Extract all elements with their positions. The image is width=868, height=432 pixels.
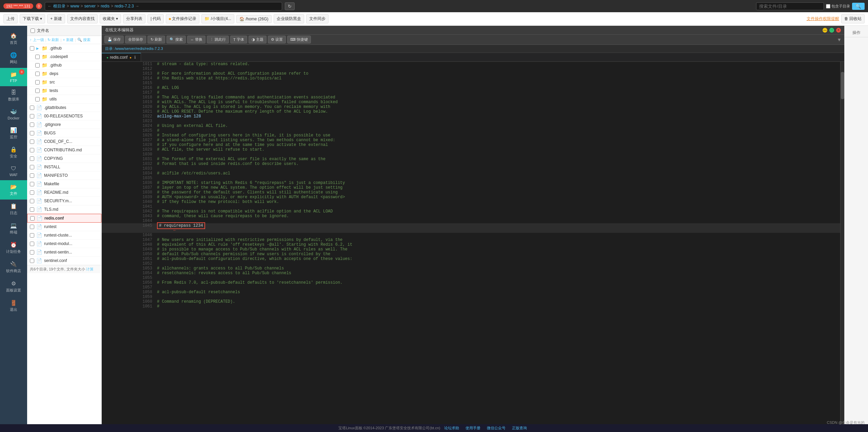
file-install[interactable]: 📄 INSTALL	[27, 163, 101, 171]
select-all-checkbox[interactable]	[31, 29, 35, 33]
nav-item-home[interactable]: 🏠 首页	[0, 29, 27, 49]
file-00-checkbox[interactable]	[30, 114, 34, 118]
folder-deps-checkbox[interactable]	[35, 72, 40, 76]
file-gitattributes-checkbox[interactable]	[30, 106, 34, 110]
forum-link[interactable]: 论坛求助	[444, 426, 459, 430]
manual-link[interactable]: 使用手册	[466, 426, 480, 430]
bookmark-button[interactable]: 收藏夹 ▾	[100, 14, 121, 23]
file-copying-checkbox[interactable]	[30, 156, 34, 161]
nav-item-website[interactable]: 🌐 网站	[0, 49, 27, 68]
file-manifesto[interactable]: 📄 MANIFESTO	[27, 171, 101, 180]
folder-src-checkbox[interactable]	[35, 80, 40, 84]
nav-item-waf[interactable]: 🛡 WAF	[0, 162, 27, 180]
file-panel-new-button[interactable]: + 新建	[63, 37, 73, 42]
editor-theme-button[interactable]: ◑ 主题	[249, 36, 267, 43]
path-back-arrow[interactable]: ←	[48, 4, 52, 8]
path-redis-version[interactable]: redis-7.2.3	[115, 4, 134, 8]
file-redis-conf-checkbox[interactable]	[30, 216, 35, 221]
editor-scrollbar-thumb[interactable]	[841, 72, 844, 99]
editor-save-all-button[interactable]: 全部保存	[125, 36, 146, 43]
file-runtest-checkbox[interactable]	[30, 225, 34, 229]
nav-item-monitor[interactable]: 📊 监控	[0, 124, 27, 143]
top-search-input[interactable]	[756, 2, 824, 10]
folder-deps[interactable]: 📁 deps	[27, 70, 101, 78]
file-ops-permission-link[interactable]: 文件操作权限提醒	[807, 16, 839, 22]
file-install-checkbox[interactable]	[30, 165, 34, 169]
folder-codespell[interactable]: 📁 .codespell	[27, 53, 101, 61]
folder-utils[interactable]: 📁 utils	[27, 95, 101, 104]
file-runtest-moduleapi-checkbox[interactable]	[30, 242, 34, 246]
path-root[interactable]: 根目录	[53, 3, 65, 9]
file-search-button[interactable]: 文件内容查找	[67, 14, 98, 23]
editor-refresh-button[interactable]: ↻ 刷新	[147, 36, 165, 43]
folder-utils-checkbox[interactable]	[35, 97, 40, 101]
folder-github-checkbox[interactable]	[30, 46, 34, 51]
file-runtest-sentinel[interactable]: 📄 runtest-sentin...	[27, 248, 101, 257]
path-forward-arrow[interactable]: →	[135, 4, 139, 8]
top-search-button[interactable]: 🔍	[852, 3, 865, 10]
file-panel-up-button[interactable]: ↑ 上一级	[30, 37, 44, 42]
editor-shortcuts-button[interactable]: ⌨ 快捷键	[287, 36, 311, 43]
path-refresh-button[interactable]: ↻	[285, 2, 295, 10]
file-copying[interactable]: 📄 COPYING	[27, 154, 101, 163]
calculate-link[interactable]: 计算	[86, 267, 94, 271]
nav-item-plugins[interactable]: 🔌 软件商店	[0, 258, 27, 277]
folder-src[interactable]: 📁 src	[27, 78, 101, 87]
editor-close-button[interactable]: ×	[836, 28, 841, 33]
nav-item-files[interactable]: 📂 文件	[0, 180, 27, 200]
nav-item-terminal[interactable]: 💻 终端	[0, 219, 27, 238]
editor-expand-icon[interactable]: ▼	[837, 37, 842, 42]
folder-tests[interactable]: 📁 tests	[27, 87, 101, 95]
include-subdirs-checkbox[interactable]	[826, 4, 830, 8]
file-ops-button[interactable]: 文件操作记录	[166, 14, 199, 23]
file-makefile[interactable]: 📄 Makefile	[27, 180, 101, 188]
path-www[interactable]: www	[71, 4, 79, 8]
code-editor[interactable]: 1011 # stream - data type: streams relat…	[102, 62, 840, 425]
recycle-button[interactable]: 🗑 回收站	[841, 14, 865, 23]
file-security[interactable]: 📄 SECURITY.m...	[27, 197, 101, 205]
file-readme-checkbox[interactable]	[30, 190, 34, 195]
file-runtest-moduleapi[interactable]: 📄 runtest-modul...	[27, 240, 101, 248]
nav-item-settings[interactable]: ⚙ 面板设置	[0, 277, 27, 296]
folder-tests-checkbox[interactable]	[35, 89, 40, 93]
folder-codespell-checkbox[interactable]	[35, 55, 40, 59]
sort-button[interactable]: 分享列表	[123, 14, 145, 23]
file-bugs-checkbox[interactable]	[30, 131, 34, 135]
editor-maximize-button[interactable]: □	[829, 28, 834, 33]
code-button[interactable]: | 代码	[147, 14, 164, 23]
file-bugs[interactable]: 📄 BUGS	[27, 129, 101, 137]
file-runtest[interactable]: 📄 runtest	[27, 223, 101, 231]
nav-item-database[interactable]: 🗄 数据库	[0, 86, 27, 105]
file-manifesto-checkbox[interactable]	[30, 173, 34, 178]
file-tls[interactable]: 📄 TLS.md	[27, 205, 101, 214]
folder-github-sub-checkbox[interactable]	[35, 63, 40, 68]
editor-font-button[interactable]: T 字体	[230, 36, 247, 43]
file-panel-refresh-button[interactable]: ↻ 刷新	[47, 37, 59, 42]
path-server[interactable]: server	[84, 4, 96, 8]
editor-settings-button[interactable]: ⚙ 设置	[268, 36, 286, 43]
editor-search-button[interactable]: 🔍 搜索	[166, 36, 186, 43]
nav-item-security[interactable]: 🔒 安全	[0, 143, 27, 162]
editor-save-button[interactable]: 💾 保存	[104, 36, 124, 43]
file-runtest-cluster[interactable]: 📄 runtest-cluste...	[27, 231, 101, 240]
sync-button[interactable]: 文件同步	[306, 14, 329, 23]
file-gitattributes[interactable]: 📄 .gitattributes	[27, 104, 101, 112]
file-redis-conf[interactable]: 📄 redis.conf	[27, 214, 101, 223]
create-button[interactable]: + 新建	[47, 14, 65, 23]
path-redis[interactable]: redis	[101, 4, 110, 8]
file-sentinel-conf-checkbox[interactable]	[30, 259, 34, 263]
download-button[interactable]: 下载下载 ▾	[20, 14, 45, 23]
editor-scrollbar[interactable]	[840, 62, 844, 425]
file-gitignore[interactable]: 📄 .gitignore	[27, 120, 101, 129]
enterprise-button[interactable]: 企业级防黑盒	[274, 14, 304, 23]
file-tls-checkbox[interactable]	[30, 207, 34, 212]
folder-github[interactable]: ▶ 📁 .github	[27, 44, 101, 53]
file-code-of-conduct-checkbox[interactable]	[30, 139, 34, 144]
nav-item-ftp[interactable]: 📁 FTP 0	[0, 68, 27, 86]
file-runtest-cluster-checkbox[interactable]	[30, 233, 34, 238]
file-readme[interactable]: 📄 README.md	[27, 188, 101, 197]
file-makefile-checkbox[interactable]	[30, 182, 34, 186]
file-00-releasenotes[interactable]: 📄 00-RELEASENOTES	[27, 112, 101, 120]
editor-goto-line-button[interactable]: ⋮ 跳此行	[207, 36, 229, 43]
file-contributing[interactable]: 📄 CONTRIBUTING.md	[27, 146, 101, 154]
